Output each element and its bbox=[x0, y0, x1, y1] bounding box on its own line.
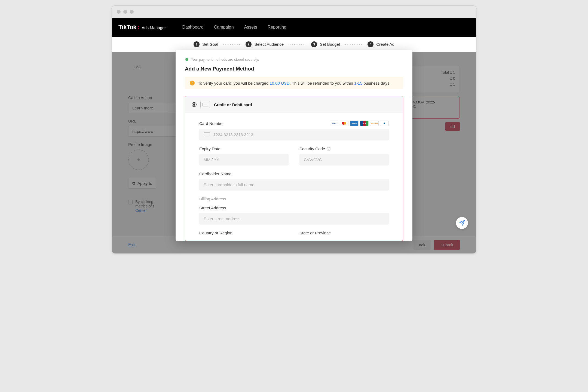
card-number-label: Card Number bbox=[199, 121, 224, 126]
info-icon: ! bbox=[190, 81, 195, 85]
cardholder-label: Cardholder Name bbox=[199, 171, 389, 176]
step-number-icon: 4 bbox=[367, 41, 373, 47]
payment-type-label: Credit or Debit card bbox=[214, 102, 252, 107]
street-input[interactable] bbox=[199, 213, 389, 225]
main-content: 123 Call to Action Learn more URL https:… bbox=[112, 52, 476, 253]
logo[interactable]: TikTok: Ads Manager bbox=[118, 24, 166, 31]
modal-title: Add a New Payment Method bbox=[185, 66, 403, 72]
window-close-dot[interactable] bbox=[117, 10, 121, 14]
logo-subtitle: Ads Manager bbox=[142, 25, 166, 30]
payment-type-radio[interactable] bbox=[192, 102, 197, 107]
window-minimize-dot[interactable] bbox=[123, 10, 127, 14]
secure-notice: Your payment methods are stored securely… bbox=[185, 57, 403, 62]
credit-card-icon bbox=[200, 101, 210, 108]
step-4[interactable]: 4Create Ad bbox=[367, 41, 394, 47]
verification-banner: ! To verify your card, you will be charg… bbox=[185, 77, 403, 89]
cvv-label: Security Code ? bbox=[299, 146, 389, 151]
mastercard-icon bbox=[340, 121, 348, 126]
banner-suffix: business days. bbox=[362, 81, 390, 85]
send-feedback-button[interactable] bbox=[456, 217, 468, 229]
step-label: Set Goal bbox=[202, 42, 218, 47]
banner-mid: . This will be refunded to you within bbox=[290, 81, 354, 85]
payment-form: Card Number VISA AMEX JCB DISCOVER ◉ bbox=[185, 113, 403, 241]
step-number-icon: 3 bbox=[311, 41, 317, 47]
step-number-icon: 2 bbox=[246, 41, 252, 47]
paper-plane-icon bbox=[459, 220, 465, 226]
main-nav: Dashboard Campaign Assets Reporting bbox=[182, 25, 286, 30]
logo-text: TikTok bbox=[118, 24, 136, 31]
browser-chrome bbox=[112, 6, 476, 18]
payment-method-card: Credit or Debit card Card Number VISA AM… bbox=[185, 96, 403, 241]
payment-type-header[interactable]: Credit or Debit card bbox=[185, 96, 403, 113]
nav-dashboard[interactable]: Dashboard bbox=[182, 25, 203, 30]
expiry-input[interactable]: MM / YY bbox=[199, 154, 289, 166]
window-maximize-dot[interactable] bbox=[130, 10, 134, 14]
state-label: State or Province bbox=[299, 231, 389, 235]
expiry-label: Expiry Date bbox=[199, 146, 289, 151]
card-number-input[interactable] bbox=[210, 129, 384, 140]
banner-amount: 10.00 USD bbox=[270, 81, 289, 85]
accepted-cards: VISA AMEX JCB DISCOVER ◉ bbox=[330, 121, 389, 126]
cardholder-input[interactable] bbox=[199, 179, 389, 191]
step-label: Select Audience bbox=[254, 42, 284, 47]
nav-reporting[interactable]: Reporting bbox=[268, 25, 286, 30]
step-number-icon: 1 bbox=[194, 41, 200, 47]
visa-icon: VISA bbox=[330, 121, 338, 126]
shield-check-icon bbox=[185, 58, 189, 62]
step-3[interactable]: 3Set Budget bbox=[311, 41, 340, 47]
step-label: Set Budget bbox=[320, 42, 340, 47]
payment-modal: Your payment methods are stored securely… bbox=[176, 50, 412, 241]
discover-icon: DISCOVER bbox=[370, 121, 379, 126]
logo-colon-icon: : bbox=[137, 24, 139, 31]
nav-campaign[interactable]: Campaign bbox=[214, 25, 234, 30]
step-1[interactable]: 1Set Goal bbox=[194, 41, 218, 47]
step-divider: •••••••••• bbox=[223, 43, 241, 46]
cvv-input[interactable] bbox=[299, 154, 389, 166]
jcb-icon: JCB bbox=[360, 121, 369, 126]
expiry-mm: MM bbox=[204, 157, 210, 162]
help-icon[interactable]: ? bbox=[327, 147, 330, 151]
step-2[interactable]: 2Select Audience bbox=[246, 41, 284, 47]
street-label: Street Address bbox=[199, 206, 389, 210]
step-label: Create Ad bbox=[376, 42, 394, 47]
country-label: Country or Region bbox=[199, 231, 289, 235]
card-number-input-wrapper[interactable] bbox=[199, 129, 389, 140]
banner-days: 1-15 bbox=[354, 81, 362, 85]
expiry-yy: YY bbox=[214, 157, 219, 162]
diners-icon: ◉ bbox=[380, 121, 389, 126]
amex-icon: AMEX bbox=[350, 121, 359, 126]
expiry-separator: / bbox=[212, 157, 213, 162]
browser-window: TikTok: Ads Manager Dashboard Campaign A… bbox=[112, 5, 476, 254]
step-divider: •••••••••• bbox=[345, 43, 363, 46]
nav-assets[interactable]: Assets bbox=[244, 25, 257, 30]
app-header: TikTok: Ads Manager Dashboard Campaign A… bbox=[112, 18, 476, 37]
banner-prefix: To verify your card, you will be charged bbox=[198, 81, 270, 85]
secure-text: Your payment methods are stored securely… bbox=[191, 57, 259, 62]
step-divider: •••••••••• bbox=[289, 43, 306, 46]
billing-section-title: Billing Address bbox=[199, 197, 389, 201]
card-icon bbox=[204, 132, 210, 137]
